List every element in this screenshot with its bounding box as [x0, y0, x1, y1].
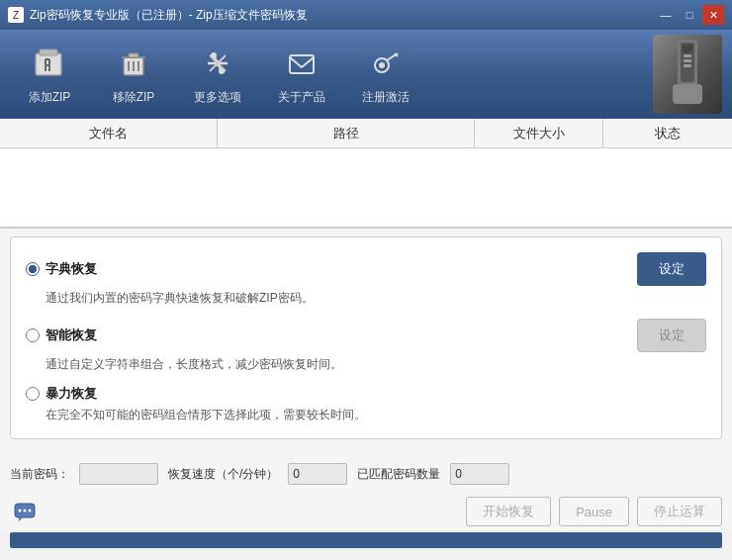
smart-recovery-radio[interactable] [26, 328, 40, 342]
svg-rect-28 [684, 54, 691, 57]
current-pwd-input[interactable] [79, 463, 158, 485]
col-header-path: 路径 [218, 119, 475, 147]
titlebar-title: Zip密码恢复专业版（已注册）- Zip压缩文件密码恢复 [30, 7, 308, 24]
svg-rect-1 [40, 49, 57, 55]
smart-recovery-text: 智能恢复 [46, 327, 97, 344]
pause-button[interactable]: Pause [559, 497, 629, 526]
col-header-status: 状态 [603, 119, 732, 147]
toolbar-item-add-zip[interactable]: 添加ZIP [10, 38, 89, 112]
app-icon: Z [8, 7, 24, 23]
dict-recovery-text: 字典恢复 [46, 260, 97, 278]
maximize-button[interactable]: □ [679, 5, 700, 25]
progress-bar-container [10, 532, 722, 548]
remove-zip-icon [114, 44, 153, 83]
options-panel: 字典恢复 设定 通过我们内置的密码字典快速恢复和破解ZIP密码。 智能恢复 设定… [10, 236, 722, 439]
svg-point-21 [379, 62, 385, 68]
column-headers: 文件名 路径 文件大小 状态 [0, 119, 732, 148]
svg-rect-29 [684, 59, 691, 62]
add-zip-label: 添加ZIP [29, 89, 71, 106]
toolbar-item-about[interactable]: 关于产品 [262, 38, 341, 112]
col-header-filename: 文件名 [0, 119, 218, 147]
smart-recovery-label[interactable]: 智能恢复 [26, 327, 97, 344]
titlebar-controls: — □ ✕ [655, 5, 724, 25]
dict-recovery-radio[interactable] [26, 262, 40, 276]
svg-point-33 [19, 510, 22, 513]
svg-point-35 [29, 510, 32, 513]
option-brute-header: 暴力恢复 [26, 385, 706, 403]
about-label: 关于产品 [278, 89, 325, 106]
dict-settings-button[interactable]: 设定 [637, 252, 706, 286]
action-bar: 开始恢复 Pause 停止运算 [0, 491, 732, 532]
option-dict-recovery: 字典恢复 设定 通过我们内置的密码字典快速恢复和破解ZIP密码。 [26, 252, 706, 307]
option-smart-header: 智能恢复 设定 [26, 319, 706, 352]
svg-rect-8 [129, 53, 138, 57]
more-options-label: 更多选项 [194, 89, 241, 106]
more-options-icon [198, 44, 237, 83]
toolbar-item-more-options[interactable]: 更多选项 [178, 38, 257, 112]
recovery-speed-label: 恢复速度（个/分钟） [168, 466, 278, 483]
minimize-button[interactable]: — [655, 5, 677, 25]
svg-rect-19 [290, 55, 314, 73]
current-pwd-label: 当前密码： [10, 466, 69, 483]
matched-pwd-input [450, 463, 509, 485]
dict-recovery-desc: 通过我们内置的密码字典快速恢复和破解ZIP密码。 [46, 290, 706, 307]
toolbar-item-remove-zip[interactable]: 移除ZIP [94, 38, 173, 112]
brute-recovery-radio[interactable] [26, 387, 40, 401]
toolbar: 添加ZIP 移除ZIP [0, 30, 732, 119]
recovery-speed-input [288, 463, 347, 485]
dict-recovery-label[interactable]: 字典恢复 [26, 260, 97, 278]
brute-recovery-label[interactable]: 暴力恢复 [26, 385, 97, 403]
file-list [0, 148, 732, 228]
stop-button[interactable]: 停止运算 [637, 497, 722, 526]
remove-zip-label: 移除ZIP [113, 89, 155, 106]
close-button[interactable]: ✕ [702, 5, 724, 25]
add-zip-icon [30, 44, 69, 83]
about-icon [282, 44, 321, 83]
brute-recovery-desc: 在完全不知可能的密码组合情形下选择此项，需要较长时间。 [46, 407, 706, 423]
titlebar-left: Z Zip密码恢复专业版（已注册）- Zip压缩文件密码恢复 [8, 7, 308, 24]
option-dict-header: 字典恢复 设定 [26, 252, 706, 286]
smart-recovery-desc: 通过自定义字符串组合，长度格式，减少密码恢复时间。 [46, 356, 706, 373]
chat-icon-button[interactable] [10, 497, 40, 526]
option-smart-recovery: 智能恢复 设定 通过自定义字符串组合，长度格式，减少密码恢复时间。 [26, 319, 706, 373]
svg-marker-32 [19, 517, 23, 521]
svg-rect-27 [683, 45, 692, 52]
smart-settings-button: 设定 [637, 319, 706, 352]
window-body: 添加ZIP 移除ZIP [0, 30, 732, 560]
matched-pwd-label: 已匹配密码数量 [357, 466, 440, 483]
register-label: 注册激活 [362, 89, 410, 106]
svg-point-34 [24, 510, 27, 513]
svg-rect-30 [684, 64, 691, 67]
toolbar-item-register[interactable]: 注册激活 [346, 38, 425, 112]
svg-rect-26 [673, 84, 702, 104]
col-header-size: 文件大小 [475, 119, 603, 147]
start-recovery-button[interactable]: 开始恢复 [466, 497, 551, 526]
brute-recovery-text: 暴力恢复 [46, 385, 97, 403]
toolbar-decoration [653, 35, 722, 114]
titlebar: Z Zip密码恢复专业版（已注册）- Zip压缩文件密码恢复 — □ ✕ [0, 0, 732, 30]
register-icon [366, 44, 406, 83]
option-brute-recovery: 暴力恢复 在完全不知可能的密码组合情形下选择此项，需要较长时间。 [26, 385, 706, 423]
bottom-info-bar: 当前密码： 恢复速度（个/分钟） 已匹配密码数量 [0, 457, 732, 491]
